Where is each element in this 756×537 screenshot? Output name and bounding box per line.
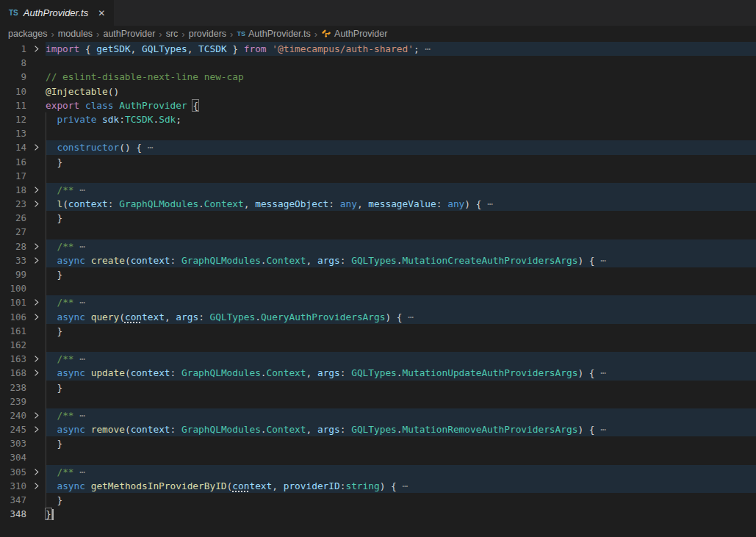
code-text[interactable]	[46, 126, 756, 140]
code-line-28[interactable]: 28 /** ⋯	[0, 239, 756, 253]
code-text[interactable]	[46, 394, 756, 408]
code-text[interactable]	[46, 450, 756, 464]
code-text[interactable]: }	[46, 493, 756, 507]
fold-chevron-icon[interactable]	[26, 366, 46, 380]
code-text[interactable]: }	[46, 324, 756, 338]
breadcrumb-item-symbol[interactable]: AuthProvider	[321, 29, 387, 39]
code-line-1[interactable]: 1import { getSDK, GQLTypes, TCSDK } from…	[0, 42, 756, 56]
code-line-16[interactable]: 16 }	[0, 155, 756, 169]
code-line-18[interactable]: 18 /** ⋯	[0, 183, 756, 197]
code-text[interactable]: private sdk:TCSDK.Sdk;	[46, 112, 756, 126]
fold-chevron-icon[interactable]	[26, 408, 46, 422]
code-text[interactable]: }	[46, 381, 756, 394]
code-text[interactable]: constructor() { ⋯	[46, 140, 756, 154]
close-icon[interactable]: ✕	[98, 8, 105, 18]
code-line-12[interactable]: 12 private sdk:TCSDK.Sdk;	[0, 112, 756, 126]
fold-chevron-icon[interactable]	[26, 42, 46, 56]
code-line-14[interactable]: 14 constructor() { ⋯	[0, 140, 756, 154]
gutter-spacer	[26, 324, 46, 338]
code-editor[interactable]: 1import { getSDK, GQLTypes, TCSDK } from…	[0, 42, 756, 537]
code-text[interactable]: /** ⋯	[46, 465, 756, 479]
breadcrumb-item-modules[interactable]: modules	[58, 29, 93, 39]
code-text[interactable]: async create(context: GraphQLModules.Con…	[46, 253, 756, 267]
code-line-238[interactable]: 238 }	[0, 381, 756, 394]
code-text[interactable]: l(context: GraphQLModules.Context, messa…	[46, 197, 756, 211]
code-text[interactable]	[46, 281, 756, 295]
code-text[interactable]: async getMethodsInProviderByID(context, …	[46, 479, 756, 493]
code-line-347[interactable]: 347 }	[0, 493, 756, 507]
fold-chevron-icon[interactable]	[26, 422, 46, 436]
code-text[interactable]: }	[46, 155, 756, 169]
code-text[interactable]: async update(context: GraphQLModules.Con…	[46, 366, 756, 380]
code-line-310[interactable]: 310 async getMethodsInProviderByID(conte…	[0, 479, 756, 493]
code-text[interactable]: import { getSDK, GQLTypes, TCSDK } from …	[46, 42, 756, 56]
code-line-99[interactable]: 99 }	[0, 267, 756, 281]
code-line-11[interactable]: 11export class AuthProvider {	[0, 98, 756, 112]
code-line-305[interactable]: 305 /** ⋯	[0, 465, 756, 479]
code-line-106[interactable]: 106 async query(context, args: GQLTypes.…	[0, 310, 756, 324]
code-line-239[interactable]: 239	[0, 394, 756, 408]
code-line-348[interactable]: 348}	[0, 507, 756, 521]
code-text[interactable]: }	[46, 436, 756, 450]
breadcrumb-item-packages[interactable]: packages	[8, 29, 48, 39]
breadcrumb-item-src[interactable]: src	[166, 29, 179, 39]
code-text[interactable]: // eslint-disable-next-line new-cap	[46, 70, 756, 84]
line-number: 240	[0, 408, 26, 422]
code-line-26[interactable]: 26 }	[0, 211, 756, 225]
chevron-right-icon: ›	[96, 29, 99, 39]
code-text[interactable]: @Injectable()	[46, 84, 756, 98]
code-text[interactable]: async query(context, args: GQLTypes.Quer…	[46, 310, 756, 324]
code-line-303[interactable]: 303 }	[0, 436, 756, 450]
gutter-spacer	[26, 381, 46, 394]
code-text[interactable]: }	[46, 267, 756, 281]
code-text[interactable]: }	[46, 507, 756, 521]
breadcrumb-item-file[interactable]: TSAuthProvider.ts	[237, 29, 310, 39]
code-text[interactable]: /** ⋯	[46, 239, 756, 253]
fold-chevron-icon[interactable]	[26, 140, 46, 154]
code-text[interactable]: /** ⋯	[46, 295, 756, 309]
code-text[interactable]: export class AuthProvider {	[46, 98, 756, 112]
gutter-spacer	[26, 394, 46, 408]
breadcrumb-item-authProvider[interactable]: authProvider	[103, 29, 155, 39]
tab-authprovider[interactable]: TS AuthProvider.ts ✕	[0, 0, 114, 26]
code-line-13[interactable]: 13	[0, 126, 756, 140]
code-line-17[interactable]: 17	[0, 169, 756, 183]
breadcrumb-item-providers[interactable]: providers	[189, 29, 226, 39]
code-line-27[interactable]: 27	[0, 225, 756, 239]
fold-chevron-icon[interactable]	[26, 352, 46, 366]
code-text[interactable]: /** ⋯	[46, 183, 756, 197]
code-line-163[interactable]: 163 /** ⋯	[0, 352, 756, 366]
code-line-33[interactable]: 33 async create(context: GraphQLModules.…	[0, 253, 756, 267]
line-number: 11	[0, 98, 26, 112]
code-line-240[interactable]: 240 /** ⋯	[0, 408, 756, 422]
fold-chevron-icon[interactable]	[26, 253, 46, 267]
code-line-162[interactable]: 162	[0, 338, 756, 352]
code-line-8[interactable]: 8	[0, 56, 756, 70]
code-line-168[interactable]: 168 async update(context: GraphQLModules…	[0, 366, 756, 380]
code-line-245[interactable]: 245 async remove(context: GraphQLModules…	[0, 422, 756, 436]
code-text[interactable]	[46, 225, 756, 239]
code-line-304[interactable]: 304	[0, 450, 756, 464]
fold-chevron-icon[interactable]	[26, 183, 46, 197]
line-number: 28	[0, 239, 26, 253]
code-line-10[interactable]: 10@Injectable()	[0, 84, 756, 98]
code-text[interactable]	[46, 338, 756, 352]
code-text[interactable]	[46, 169, 756, 183]
fold-chevron-icon[interactable]	[26, 295, 46, 309]
fold-chevron-icon[interactable]	[26, 479, 46, 493]
fold-chevron-icon[interactable]	[26, 239, 46, 253]
code-text[interactable]: /** ⋯	[46, 408, 756, 422]
code-text[interactable]: /** ⋯	[46, 352, 756, 366]
code-text[interactable]: async remove(context: GraphQLModules.Con…	[46, 422, 756, 436]
code-text[interactable]	[46, 56, 756, 70]
code-line-101[interactable]: 101 /** ⋯	[0, 295, 756, 309]
code-text[interactable]: }	[46, 211, 756, 225]
fold-chevron-icon[interactable]	[26, 465, 46, 479]
code-line-100[interactable]: 100	[0, 281, 756, 295]
fold-chevron-icon[interactable]	[26, 310, 46, 324]
fold-chevron-icon[interactable]	[26, 197, 46, 211]
line-number: 12	[0, 112, 26, 126]
code-line-161[interactable]: 161 }	[0, 324, 756, 338]
code-line-23[interactable]: 23 l(context: GraphQLModules.Context, me…	[0, 197, 756, 211]
code-line-9[interactable]: 9// eslint-disable-next-line new-cap	[0, 70, 756, 84]
